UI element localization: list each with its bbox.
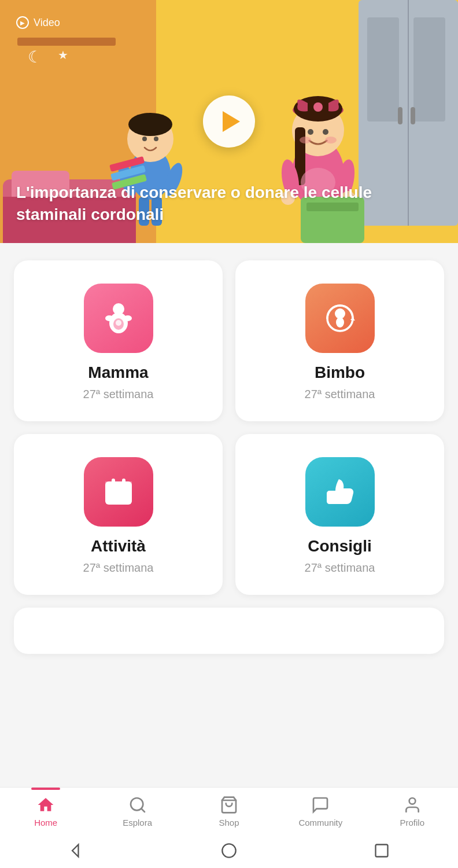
svg-text:★: ★ [58, 49, 68, 61]
svg-marker-67 [72, 845, 79, 857]
video-label: ▶ Video [16, 16, 60, 29]
nav-home[interactable]: Home [17, 796, 75, 827]
nav-shop[interactable]: Shop [200, 796, 258, 827]
video-text: Video [34, 17, 60, 29]
recent-icon [374, 843, 390, 859]
bimbo-title: Bimbo [315, 363, 365, 382]
svg-rect-69 [376, 845, 388, 857]
play-triangle-icon [223, 111, 240, 132]
android-home-icon [221, 843, 237, 859]
svg-point-55 [336, 317, 344, 328]
bottom-nav: Home Esplora Shop [0, 788, 458, 833]
user-icon [403, 796, 422, 814]
main-content: Mamma 27ª settimana Bimbo 27ª settimana [0, 243, 458, 758]
video-circle-icon: ▶ [16, 16, 29, 29]
bimbo-subtitle: 27ª settimana [305, 388, 375, 401]
svg-rect-60 [112, 479, 115, 486]
attivita-subtitle: 27ª settimana [83, 561, 154, 575]
consigli-subtitle: 27ª settimana [305, 561, 375, 575]
video-banner[interactable]: ☾ ★ [0, 0, 458, 243]
card-attivita[interactable]: Attività 27ª settimana [14, 434, 223, 595]
android-back-button[interactable] [66, 840, 87, 861]
shop-icon [220, 796, 238, 814]
back-icon [68, 843, 84, 859]
card-mamma[interactable]: Mamma 27ª settimana [14, 260, 223, 421]
nav-profilo[interactable]: Profilo [383, 796, 441, 827]
svg-point-11 [142, 137, 147, 141]
android-home-button[interactable] [219, 840, 239, 861]
card-consigli[interactable]: Consigli 27ª settimana [235, 434, 444, 595]
bimbo-icon [305, 284, 375, 353]
svg-marker-56 [350, 317, 355, 321]
svg-point-66 [409, 798, 415, 804]
mamma-icon [84, 284, 153, 353]
community-icon [311, 796, 330, 814]
svg-point-26 [308, 129, 313, 135]
nav-esplora[interactable]: Esplora [109, 796, 167, 827]
bottom-nav-wrapper: Home Esplora Shop [0, 787, 458, 833]
consigli-icon [305, 457, 375, 527]
svg-text:☾: ☾ [28, 48, 42, 66]
svg-point-25 [313, 102, 323, 112]
active-indicator [31, 788, 60, 790]
svg-rect-59 [105, 486, 132, 491]
cards-grid: Mamma 27ª settimana Bimbo 27ª settimana [14, 260, 444, 595]
nav-esplora-label: Esplora [123, 818, 152, 827]
nav-home-label: Home [34, 818, 57, 827]
svg-point-50 [116, 320, 121, 326]
card-bimbo[interactable]: Bimbo 27ª settimana [235, 260, 444, 421]
android-nav-bar [0, 833, 458, 868]
svg-rect-44 [411, 107, 415, 124]
svg-line-64 [141, 808, 145, 812]
svg-point-27 [323, 129, 328, 135]
svg-rect-42 [413, 17, 445, 122]
search-icon [128, 796, 147, 814]
svg-point-28 [300, 137, 311, 144]
svg-rect-43 [398, 107, 402, 124]
partial-card [14, 608, 444, 654]
svg-rect-61 [122, 479, 125, 486]
svg-rect-2 [17, 38, 116, 46]
attivita-title: Attività [91, 537, 146, 556]
nav-shop-label: Shop [219, 818, 239, 827]
svg-rect-41 [367, 17, 399, 122]
svg-point-12 [154, 137, 158, 141]
nav-profilo-label: Profilo [400, 818, 424, 827]
nav-community[interactable]: Community [291, 796, 349, 827]
mamma-title: Mamma [88, 363, 148, 382]
play-button[interactable] [203, 95, 255, 148]
nav-community-label: Community [298, 818, 342, 827]
mamma-subtitle: 27ª settimana [83, 388, 154, 401]
svg-point-29 [325, 137, 337, 144]
home-icon [36, 796, 55, 814]
svg-point-51 [105, 315, 113, 321]
svg-point-10 [128, 113, 172, 136]
android-recent-button[interactable] [371, 840, 392, 861]
svg-point-68 [222, 844, 235, 857]
attivita-icon [84, 457, 153, 527]
video-title: L'importanza di conservare o donare le c… [16, 182, 442, 226]
consigli-title: Consigli [308, 537, 371, 556]
svg-point-52 [124, 315, 132, 321]
